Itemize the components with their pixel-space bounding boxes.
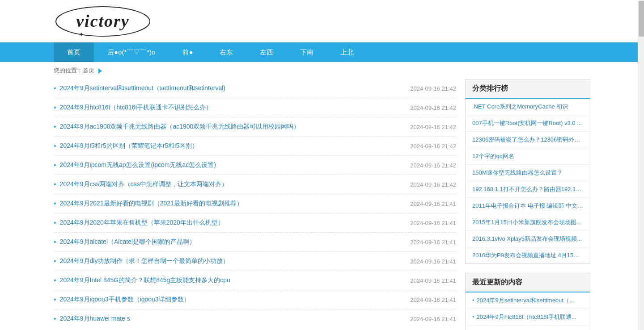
- article-bullet: •: [54, 104, 56, 112]
- article-item: • 2024年9月htc816t（htc816t手机联通卡不识别怎么办） 202…: [54, 98, 456, 117]
- sidebar-ranking-item[interactable]: 12306密码被盗了怎么办？12306密码外泄...: [466, 132, 590, 148]
- nav-item-1[interactable]: 后●o(*￣▽￣*)o: [94, 42, 169, 62]
- main-content: • 2024年9月setinterval和settimeout（settimeo…: [0, 79, 644, 330]
- article-bullet: •: [54, 200, 56, 208]
- article-date: 2024-09-16 21:41: [410, 239, 456, 246]
- sidebar-ranking-item[interactable]: 007手机一键Root(安机网一键Root) v3.0 ...: [466, 115, 590, 132]
- nav-item-3[interactable]: 右东: [206, 42, 246, 62]
- sidebar-recent-item[interactable]: •2024年9月ac1900双频千兆无线路由...: [466, 326, 590, 330]
- sidebar-recent-item[interactable]: •2024年9月setinterval和settimeout（...: [466, 292, 590, 309]
- article-date: 2024-09-16 21:42: [410, 162, 456, 169]
- article-date: 2024-09-16 21:41: [410, 277, 456, 284]
- article-item: • 2024年9月alcatel（Alcatel是哪个国家的产品啊） 2024-…: [54, 233, 456, 252]
- article-title[interactable]: 2024年9月ipcom无线ap怎么设置(ipcom无线ac怎么设置): [60, 161, 402, 169]
- article-item: • 2024年9月i5和r5的区别（荣耀笔记本r5和i5区别） 2024-09-…: [54, 137, 456, 156]
- article-date: 2024-09-16 21:41: [410, 201, 456, 207]
- breadcrumb: 您的位置：首页: [0, 62, 644, 77]
- article-bullet: •: [54, 315, 56, 323]
- sidebar-recent-items: •2024年9月setinterval和settimeout（...•2024年…: [466, 292, 590, 330]
- article-item: • 2024年9月iqoou3手机参数（iqoou3详细参数） 2024-09-…: [54, 290, 456, 309]
- article-item: • 2024年9月huawei mate s 2024-09-16 21:41: [54, 309, 456, 328]
- article-date: 2024-09-16 21:42: [410, 85, 456, 92]
- article-title[interactable]: 2024年9月htc816t（htc816t手机联通卡不识别怎么办）: [60, 104, 402, 112]
- article-title[interactable]: 2024年9月css两端对齐（css中怎样调整，让文本两端对齐）: [60, 180, 402, 188]
- article-date: 2024-09-16 21:42: [410, 104, 456, 111]
- article-item: • 2024年9月Intel 845G的简介？联想845g主板能支持多大的cpu…: [54, 271, 456, 290]
- article-date: 2024-09-16 21:42: [410, 143, 456, 150]
- sidebar-recent: 最近更新的内容 •2024年9月setinterval和settimeout（.…: [465, 273, 590, 330]
- article-bullet: •: [54, 161, 56, 169]
- article-item: • 2024年9月2021最新好看的电视剧（2021最新好看的电视剧推荐） 20…: [54, 194, 456, 213]
- article-title[interactable]: 2024年9月diy功放制作（求！怎样自制一个最简单的小功放）: [60, 257, 402, 265]
- article-item: • 2024年9月setinterval和settimeout（settimeo…: [54, 79, 456, 98]
- header: ✦ victory: [0, 0, 644, 42]
- article-date: 2024-09-16 21:42: [410, 124, 456, 130]
- logo-area[interactable]: ✦ victory: [54, 4, 152, 38]
- article-bullet: •: [54, 276, 56, 284]
- article-title[interactable]: 2024年9月alcatel（Alcatel是哪个国家的产品啊）: [60, 238, 402, 246]
- svg-text:✦: ✦: [79, 31, 84, 38]
- scrollbar-thumb[interactable]: [639, 1, 644, 37]
- article-title[interactable]: 2024年9月setinterval和settimeout（settimeout…: [60, 84, 402, 92]
- sidebar-ranking-item[interactable]: 2016华为P9发布会视频直播地址 4月15日...: [466, 247, 590, 263]
- article-item: • 2024年9月ipcom无线ap怎么设置(ipcom无线ac怎么设置) 20…: [54, 156, 456, 175]
- sidebar-ranking-item[interactable]: 192.168.1.1打不开怎么办？路由器192.16...: [466, 181, 590, 198]
- article-bullet: •: [54, 257, 56, 265]
- sidebar: 分类排行榜 .NET Core系列之MemoryCache 初识007手机一键R…: [465, 79, 590, 330]
- sidebar-ranking-item[interactable]: 12个字的qq网名: [466, 148, 590, 165]
- article-date: 2024-09-16 21:41: [410, 297, 456, 303]
- logo-text: victory: [76, 11, 130, 31]
- nav-item-4[interactable]: 左西: [246, 42, 287, 62]
- sidebar-ranking-item[interactable]: 2015年1月15日小米新旗舰发布会现场图...: [466, 214, 590, 231]
- article-title[interactable]: 2024年9月iqoou3手机参数（iqoou3详细参数）: [60, 296, 402, 304]
- article-title[interactable]: 2024年9月Intel 845G的简介？联想845g主板能支持多大的cpu: [60, 276, 402, 284]
- nav-item-home[interactable]: 首页: [54, 42, 94, 62]
- article-title[interactable]: 2024年9月2020年苹果在售机型（苹果2020年出什么机型）: [60, 219, 402, 227]
- sidebar-ranking-item[interactable]: 2016.3.1vivo Xplay5新品发布会现场视频...: [466, 231, 590, 247]
- sidebar-ranking-item[interactable]: 150M迷你型无线路由器怎么设置？: [466, 165, 590, 181]
- article-bullet: •: [54, 238, 56, 246]
- sidebar-recent-item[interactable]: •2024年9月htc816t（htc816t手机联通...: [466, 309, 590, 326]
- article-bullet: •: [54, 84, 56, 92]
- article-bullet: •: [54, 180, 56, 188]
- article-date: 2024-09-16 21:41: [410, 316, 456, 322]
- article-date: 2024-09-16 21:41: [410, 220, 456, 226]
- article-title[interactable]: 2024年9月ac1900双频千兆无线路由器（ac1900双频千兆无线路由器可以…: [60, 123, 402, 131]
- article-item: • 2024年9月2020年苹果在售机型（苹果2020年出什么机型） 2024-…: [54, 213, 456, 233]
- article-item: • 2024年9月ac1900双频千兆无线路由器（ac1900双频千兆无线路由器…: [54, 117, 456, 137]
- sidebar-ranking-item[interactable]: .NET Core系列之MemoryCache 初识: [466, 99, 590, 115]
- article-title[interactable]: 2024年9月huawei mate s: [60, 315, 402, 323]
- nav-item-5[interactable]: 下南: [287, 42, 327, 62]
- sidebar-recent-title: 最近更新的内容: [466, 273, 590, 292]
- article-item: • 2024年9月diy功放制作（求！怎样自制一个最简单的小功放） 2024-0…: [54, 252, 456, 271]
- article-title[interactable]: 2024年9月2021最新好看的电视剧（2021最新好看的电视剧推荐）: [60, 200, 402, 208]
- sidebar-ranking-item[interactable]: 2011年电子报合订本 电子报 编辑部 中文 ...: [466, 198, 590, 214]
- article-title[interactable]: 2024年9月i5和r5的区别（荣耀笔记本r5和i5区别）: [60, 142, 402, 150]
- nav-item-2[interactable]: 前●: [169, 42, 206, 62]
- article-item: • 2024年9月css两端对齐（css中怎样调整，让文本两端对齐） 2024-…: [54, 175, 456, 194]
- sidebar-ranking-title: 分类排行榜: [466, 79, 590, 99]
- main-nav: 首页 后●o(*￣▽￣*)o 前● 右东 左西 下南 上北: [0, 42, 644, 62]
- article-bullet: •: [54, 123, 56, 131]
- article-list: • 2024年9月setinterval和settimeout（settimeo…: [54, 79, 456, 330]
- article-bullet: •: [54, 142, 56, 150]
- breadcrumb-arrow: [98, 68, 102, 74]
- sidebar-ranking: 分类排行榜 .NET Core系列之MemoryCache 初识007手机一键R…: [465, 79, 590, 264]
- article-date: 2024-09-16 21:41: [410, 258, 456, 265]
- sidebar-ranking-items: .NET Core系列之MemoryCache 初识007手机一键Root(安机…: [466, 99, 590, 263]
- article-bullet: •: [54, 296, 56, 304]
- nav-item-6[interactable]: 上北: [327, 42, 367, 62]
- article-date: 2024-09-16 21:42: [410, 181, 456, 188]
- article-bullet: •: [54, 219, 56, 227]
- scrollbar[interactable]: [638, 0, 644, 330]
